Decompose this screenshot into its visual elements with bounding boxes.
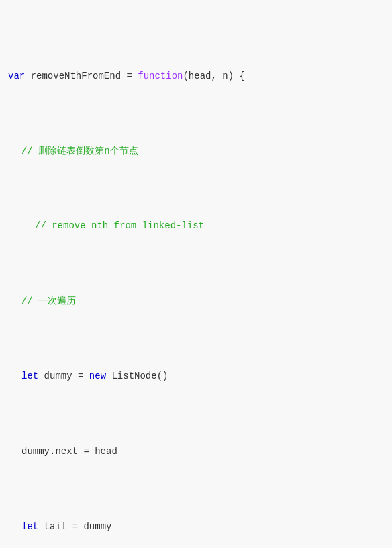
code-line-6: dummy.next = head	[8, 444, 384, 459]
code-content: var removeNthFromEnd = function(head, n)…	[0, 5, 392, 548]
code-line-3: // remove nth from linked-list	[8, 218, 384, 233]
code-line-7: let tail = dummy	[8, 519, 384, 534]
code-editor: var removeNthFromEnd = function(head, n)…	[0, 0, 392, 548]
code-line-2: // 删除链表倒数第n个节点	[8, 144, 384, 158]
code-line-4: // 一次遍历	[8, 293, 384, 308]
code-line-5: let dummy = new ListNode()	[8, 369, 384, 383]
code-line-1: var removeNthFromEnd = function(head, n)…	[8, 68, 384, 83]
